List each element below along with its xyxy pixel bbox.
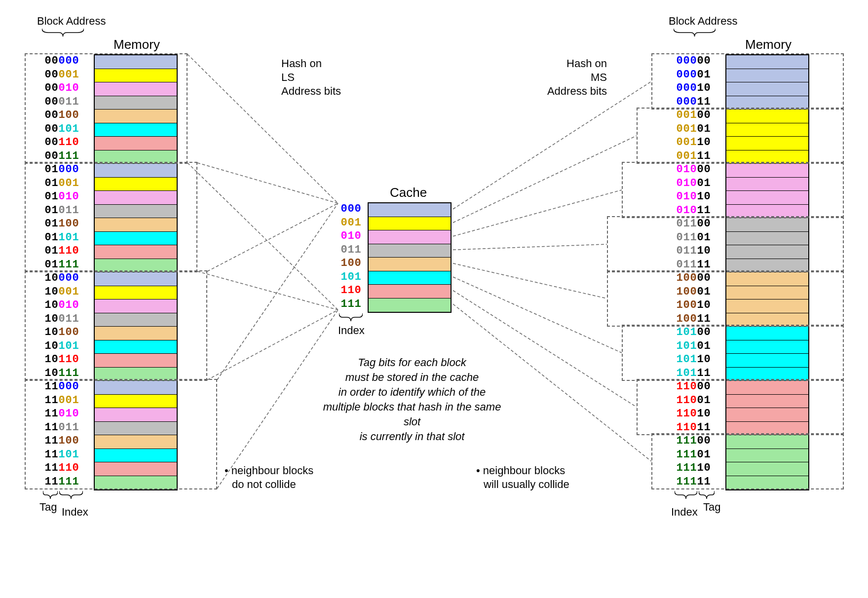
right-group-box: [607, 270, 844, 327]
index-label-right: Index: [671, 506, 698, 519]
svg-line-11: [453, 244, 607, 250]
right-group-box: [651, 53, 844, 110]
hash-ls-text: Hash onLSAddress bits: [281, 57, 341, 98]
cache-cell: [369, 217, 451, 231]
cache-cell: [369, 230, 451, 244]
cache-address-column: 000001010011100101110111: [340, 202, 361, 311]
index-label-left: Index: [62, 506, 88, 519]
left-group-box: [25, 379, 217, 489]
neighbour-no-collide-text: • neighbour blocksdo not collide: [225, 464, 313, 491]
right-group-box: [637, 379, 844, 435]
svg-line-6: [217, 203, 338, 380]
tag-bits-note: Tag bits for each blockmust be stored in…: [313, 355, 511, 444]
cache-cell: [369, 285, 451, 299]
svg-line-2: [197, 163, 338, 203]
neighbour-collide-text: • neighbour blockswill usually collide: [476, 464, 569, 491]
right-group-box: [637, 108, 844, 164]
cache-label: Cache: [390, 185, 427, 200]
svg-line-13: [453, 277, 622, 353]
svg-line-1: [188, 163, 338, 310]
cache-cell: [369, 244, 451, 258]
cache-cell: [369, 203, 451, 217]
tag-label-left: Tag: [39, 501, 57, 514]
svg-line-10: [453, 190, 622, 236]
left-group-box: [25, 270, 207, 381]
hash-ms-text: Hash onMSAddress bits: [523, 57, 607, 98]
right-group-box: [622, 162, 844, 218]
right-group-box: [651, 433, 844, 489]
right-group-box: [607, 216, 844, 272]
cache-index-label: Index: [338, 324, 365, 337]
svg-line-12: [453, 263, 607, 299]
left-group-box: [25, 53, 188, 164]
block-address-label-left: Block Address: [37, 15, 106, 28]
memory-label-right: Memory: [745, 37, 792, 52]
block-address-label-right: Block Address: [669, 15, 737, 28]
cache-cell: [369, 271, 451, 285]
svg-line-3: [197, 271, 338, 310]
left-group-box: [25, 162, 197, 272]
memory-label-left: Memory: [113, 37, 160, 52]
svg-line-4: [207, 203, 338, 271]
tag-label-right: Tag: [703, 501, 720, 514]
cache-cell: [369, 299, 451, 312]
svg-line-9: [453, 136, 637, 223]
cache-column: [368, 202, 452, 313]
cache-cell: [369, 258, 451, 271]
right-group-box: [622, 325, 844, 381]
